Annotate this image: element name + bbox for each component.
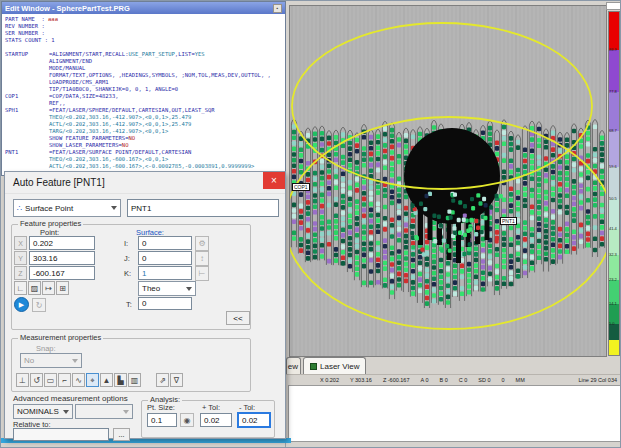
corner-icon[interactable]: ⌐ [58,373,71,387]
status-field: MM [516,377,525,383]
edit-code[interactable]: PART NAME : aaaREV NUMBER : SER NUMBER :… [2,14,285,176]
theo-mode-value: Theo [142,284,160,293]
measurement-properties-legend: Measurement properties [18,333,103,342]
minus-tol-label: - Tol: [239,403,255,412]
snap-value: No [24,356,34,365]
rescan-icon[interactable]: ↻ [32,298,46,312]
wave-icon[interactable]: ∿ [72,373,85,387]
pt-size-field[interactable]: 0.1 [147,413,177,427]
i-label: I: [124,239,128,248]
z-coordinate-field[interactable]: -600.167 [29,266,95,280]
collapse-button[interactable]: << [226,311,250,325]
dialog-titlebar[interactable]: Auto Feature [PNT1] × [5,172,285,194]
code-line: ACTL/<0.202,303.16,-600.167>,<-0.0002785… [5,163,285,170]
chevron-down-icon [186,287,192,291]
code-line: STARTUP=ALIGNMENT/START,RECALL:USE_PART_… [5,51,285,58]
status-bar: X 0.202Y 303.16Z -600.167A 0B 0C 0SD 00M… [286,374,621,385]
z-axis-button[interactable]: Z [14,266,27,280]
status-field: A 0 [421,377,429,383]
feature-name-input[interactable]: PNT1 [127,199,279,217]
edit-window-menu-button[interactable]: ▪ [273,4,282,13]
comb-icon[interactable]: ▥ [128,373,141,387]
laser-view-pane: COP1 PNT1 86.977.868.759.650.541.432.323… [285,1,621,448]
code-line: TIP/T1A0B0C0, SHANKIJK=0, 0, 1, ANGLE=0 [5,86,285,93]
nominals-select[interactable]: NOMINALS [13,404,73,419]
auto-feature-dialog: Auto Feature [PNT1] × ∴ Surface Point PN… [4,171,286,439]
feature-icon-row: ∟▨↦⊞ [14,281,70,295]
magnify-icon[interactable]: ◉ [180,413,194,427]
graphics-canvas[interactable]: COP1 PNT1 [289,5,607,357]
feature-properties-legend: Feature properties [18,219,83,228]
vector-flip-button[interactable]: ↕ [195,251,209,266]
highlight-icon[interactable]: ▨ [28,281,41,295]
chevron-down-icon [111,206,117,210]
pcdmis-application: COP1 PNT1 86.977.868.759.650.541.432.323… [0,0,621,448]
advanced-options-label: Advanced measurement options [13,394,128,403]
j-vector-field[interactable]: 0 [138,251,192,265]
theo-mode-select[interactable]: Theo [138,281,196,296]
measure-order-icon[interactable]: ⇗ [156,373,169,387]
browse-button[interactable]: ... [113,428,130,441]
laser-view-icon [310,363,317,370]
measurement-icon-row: ⊥↺▭⌐∿⌖▲▙▥⇗∇ [16,373,184,387]
status-field: X 0.202 [320,377,339,383]
code-line: COP1=COP/DATA,SIZE=48233, [5,93,285,100]
code-line: REF,, [5,100,285,107]
y-coordinate-field[interactable]: 303.16 [29,251,95,265]
colorbar-segment: 5.0 [609,324,619,340]
t-value-field[interactable]: 0 [138,297,192,310]
relative-to-field[interactable] [13,428,109,441]
code-line: SHOW_LASER_PARAMETERS=NO [5,142,285,149]
probe-path-icon[interactable]: ⊥ [16,373,29,387]
edit-window-titlebar[interactable]: Edit Window - SpherePartTest.PRG ▪ [2,2,285,14]
target-icon[interactable]: ⌖ [86,373,99,387]
view-tab-row: ew Laser View [286,357,621,374]
depth-icon[interactable]: ▲ [100,373,113,387]
close-icon[interactable]: × [263,172,285,189]
colorbar-segment: 68.7 [609,131,619,167]
colorbar-segment [609,12,619,50]
colorbar-segment: 41.4 [609,229,619,255]
vector-gear-button[interactable]: ⚙ [195,236,209,251]
report-panel [288,385,621,442]
chevron-down-icon [123,410,129,414]
t-label: T: [126,300,132,309]
tab-laser-view[interactable]: Laser View [303,357,366,374]
code-line: TARG/<0.202,303.16,-412.907>,<0,0,1> [5,128,285,135]
offset-icon[interactable]: ▙ [114,373,127,387]
k-vector-field[interactable]: 1 [138,266,192,280]
x-coordinate-field[interactable]: 0.202 [29,236,95,250]
plus-tol-field[interactable]: 0.02 [200,413,232,427]
vector-align-button[interactable]: ⊢ [195,266,209,281]
snap-select[interactable]: No [20,353,82,368]
nominals-secondary-select[interactable] [75,404,133,419]
filter-icon[interactable]: ∇ [170,373,183,387]
point-snap-icon[interactable]: ↦ [42,281,55,295]
minus-tol-field[interactable]: 0.02 [237,412,271,428]
laser-3d-view[interactable] [290,6,606,356]
feature-type-select[interactable]: ∴ Surface Point [13,199,121,217]
i-vector-field[interactable]: 0 [138,236,192,250]
grid-icon[interactable]: ⊞ [56,281,69,295]
chevron-down-icon [63,410,69,414]
status-field: B 0 [439,377,447,383]
code-line: STATS COUNT : 1 [5,37,285,44]
undo-icon[interactable]: ↺ [30,373,43,387]
status-field: Y 303.16 [350,377,372,383]
region-icon[interactable]: ▭ [44,373,57,387]
code-line: SPH1=FEAT/LASER/SPHERE/DEFAULT,CARTESIAN… [5,107,285,114]
feature-properties-group: Feature properties Point: Surface: X 0.2… [11,224,251,330]
test-play-button[interactable]: ▶ [14,297,29,312]
colorbar-segment: 50.5 [609,199,619,229]
y-axis-button[interactable]: Y [14,251,27,265]
x-axis-button[interactable]: X [14,236,27,250]
code-line: FORMAT/TEXT,OPTIONS, ,HEADINGS,SYMBOLS, … [5,72,285,79]
tab-live-view-partial[interactable]: ew [286,357,301,374]
colorbar-segment: 86.9 [609,50,619,92]
axes-icon[interactable]: ∟ [14,281,27,295]
plus-tol-label: + Tol: [202,403,220,412]
nominals-value: NOMINALS [17,407,59,416]
chevron-down-icon [72,359,78,363]
colorbar-segment [609,340,619,355]
feature-type-value: Surface Point [25,204,73,213]
